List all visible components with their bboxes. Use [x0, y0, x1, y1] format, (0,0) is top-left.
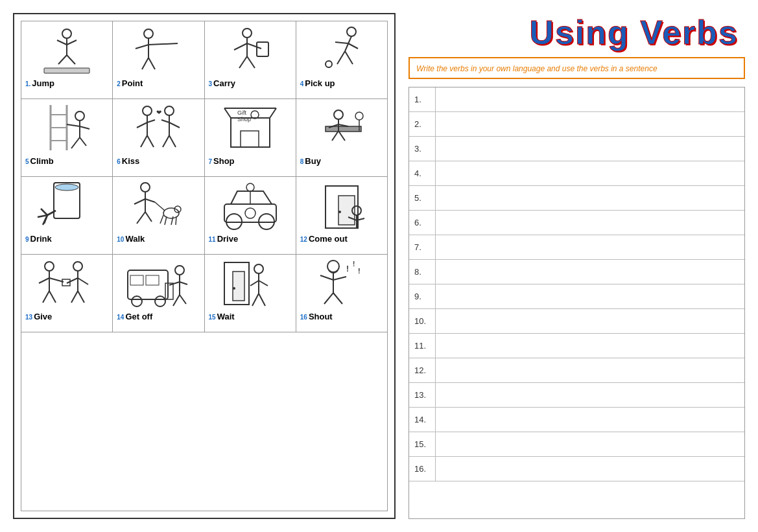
- answer-num-5: 5.: [409, 193, 435, 203]
- svg-text:❤: ❤: [156, 109, 161, 116]
- verb-word-15: Wait: [217, 312, 235, 321]
- svg-line-134: [259, 294, 265, 306]
- svg-line-124: [173, 295, 180, 306]
- left-panel: 1.Jump 2Point 3Carry 4Pick up: [13, 13, 396, 519]
- verb-num-3: 3: [209, 80, 213, 87]
- verb-illustration-1: [31, 24, 102, 76]
- svg-point-93: [246, 183, 254, 191]
- answer-row: 2.: [409, 112, 744, 137]
- verb-word-16: Shout: [309, 312, 333, 321]
- answer-line-2[interactable]: [435, 112, 744, 136]
- verb-label-2: 2Point: [114, 77, 202, 89]
- svg-line-34: [67, 124, 80, 126]
- svg-line-46: [161, 120, 169, 122]
- svg-line-138: [333, 277, 346, 280]
- verb-illustration-5: [31, 102, 102, 154]
- instruction-box: Write the verbs in your own language and…: [409, 57, 745, 79]
- verb-illustration-10: [123, 179, 194, 231]
- verb-cell-10: 10Walk: [113, 177, 204, 255]
- verb-word-2: Point: [122, 78, 143, 88]
- verb-word-14: Get off: [125, 312, 152, 321]
- svg-point-20: [347, 27, 356, 36]
- answer-num-16: 16.: [409, 464, 435, 474]
- answer-line-4[interactable]: [435, 161, 744, 185]
- answer-line-7[interactable]: [435, 235, 744, 259]
- svg-line-140: [333, 293, 342, 304]
- answer-line-11[interactable]: [435, 334, 744, 358]
- verb-label-10: 10Walk: [114, 233, 202, 245]
- svg-line-49: [169, 135, 176, 147]
- svg-point-101: [45, 262, 54, 271]
- svg-line-52: [224, 108, 231, 118]
- answer-row: 9.: [409, 284, 744, 309]
- answer-line-8[interactable]: [435, 260, 744, 284]
- svg-point-60: [334, 110, 343, 119]
- verb-label-14: 14Get off: [114, 310, 202, 323]
- verb-word-9: Drink: [30, 234, 52, 244]
- verb-label-12: 12Come out: [298, 233, 386, 245]
- verb-num-14: 14: [117, 314, 124, 321]
- answer-line-1[interactable]: [435, 87, 744, 111]
- verb-label-4: 4Pick up: [298, 77, 386, 89]
- svg-line-84: [160, 215, 163, 224]
- svg-line-86: [171, 216, 173, 225]
- verb-num-4: 4: [300, 80, 304, 87]
- svg-line-16: [247, 43, 261, 49]
- svg-line-79: [137, 212, 145, 224]
- verb-cell-8: 8Buy: [296, 99, 388, 177]
- svg-line-123: [180, 282, 187, 284]
- verb-illustration-6: ❤: [123, 102, 194, 154]
- verb-cell-4: 4Pick up: [296, 21, 388, 99]
- svg-line-36: [71, 137, 80, 148]
- answer-line-10[interactable]: [435, 309, 744, 333]
- svg-line-15: [234, 43, 247, 50]
- verb-num-5: 5: [25, 158, 29, 165]
- answer-row: 7.: [409, 235, 744, 260]
- svg-line-48: [163, 135, 169, 147]
- verb-cell-3: 3Carry: [205, 21, 296, 99]
- svg-line-104: [49, 278, 64, 282]
- verb-num-9: 9: [25, 236, 29, 243]
- svg-line-43: [147, 135, 154, 147]
- svg-line-109: [67, 278, 78, 283]
- svg-line-24: [337, 51, 345, 64]
- svg-line-41: [147, 120, 155, 122]
- svg-line-5: [67, 55, 75, 64]
- verb-num-13: 13: [25, 314, 32, 321]
- verb-num-1: 1.: [25, 80, 30, 87]
- verb-num-2: 2: [117, 80, 121, 87]
- svg-line-11: [142, 58, 148, 69]
- answer-line-3[interactable]: [435, 137, 744, 161]
- answer-line-15[interactable]: [435, 432, 744, 456]
- svg-rect-55: [241, 131, 259, 147]
- answer-line-13[interactable]: [435, 383, 744, 407]
- verb-word-12: Come out: [309, 234, 348, 244]
- svg-text:!: !: [346, 264, 349, 273]
- verb-word-5: Climb: [30, 156, 54, 166]
- svg-point-107: [73, 262, 82, 271]
- answer-line-9[interactable]: [435, 284, 744, 308]
- verb-label-16: 16Shout: [298, 310, 386, 323]
- svg-rect-6: [44, 68, 89, 73]
- verb-num-11: 11: [209, 236, 216, 243]
- svg-point-13: [243, 29, 252, 38]
- svg-line-131: [250, 281, 259, 286]
- verb-cell-15: 15Wait: [205, 255, 296, 332]
- verb-illustration-3: [215, 24, 286, 76]
- verb-label-8: 8Buy: [298, 155, 386, 167]
- answer-line-16[interactable]: [435, 457, 744, 481]
- svg-line-78: [145, 199, 155, 202]
- verb-illustration-4: [306, 24, 377, 76]
- answer-line-14[interactable]: [435, 408, 744, 432]
- verb-cell-11: 11Drive: [205, 177, 296, 255]
- svg-point-7: [144, 29, 153, 38]
- verb-cell-6: ❤ 6Kiss: [113, 99, 204, 177]
- answer-line-6[interactable]: [435, 211, 744, 235]
- verb-label-7: 7Shop: [206, 155, 294, 167]
- verb-label-5: 5Climb: [23, 155, 111, 167]
- answer-line-5[interactable]: [435, 186, 744, 210]
- verb-cell-12: 12Come out: [296, 177, 388, 255]
- answer-line-12[interactable]: [435, 358, 744, 382]
- answer-row: 14.: [409, 408, 744, 432]
- svg-line-80: [145, 212, 152, 222]
